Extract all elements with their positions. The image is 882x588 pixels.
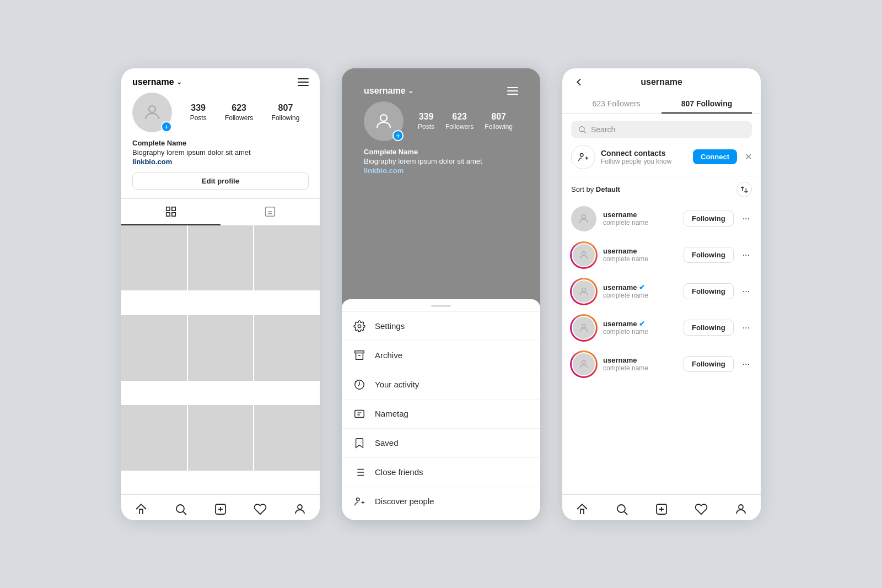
chevron-down-icon[interactable]: ⌄ — [176, 78, 182, 86]
grid-item[interactable] — [254, 315, 320, 381]
more-button[interactable]: ··· — [740, 248, 752, 262]
tab-followers[interactable]: 623 Followers — [571, 94, 662, 114]
nav-home[interactable] — [562, 500, 602, 518]
posts-label: Posts — [190, 114, 207, 122]
card2-followers-stat: 623 Followers — [445, 112, 474, 131]
user-info: username complete name — [603, 247, 677, 263]
menu-item-settings[interactable]: Settings — [342, 311, 540, 341]
back-button[interactable] — [571, 76, 587, 88]
following-username: username — [603, 356, 677, 364]
sort-button[interactable] — [736, 182, 752, 197]
following-fullname: complete name — [603, 219, 677, 226]
card2-posts-label: Posts — [418, 123, 434, 131]
nav-profile[interactable] — [721, 500, 761, 518]
following-stat[interactable]: 807 Following — [272, 103, 300, 122]
sort-row: Sort by Default — [562, 176, 761, 201]
menu-archive-label: Archive — [375, 350, 402, 360]
more-button[interactable]: ··· — [740, 321, 752, 335]
more-button[interactable]: ··· — [740, 212, 752, 226]
following-count: 807 — [278, 103, 293, 113]
add-photo-button[interactable]: + — [161, 121, 172, 132]
more-button[interactable]: ··· — [740, 284, 752, 299]
nav-home[interactable] — [121, 500, 161, 518]
nav-like[interactable] — [240, 500, 280, 518]
tab-grid[interactable] — [121, 199, 220, 225]
close-connect-button[interactable]: ✕ — [745, 152, 752, 162]
nav-search[interactable] — [161, 500, 201, 518]
page-wrapper: username ⌄ + 339 Posts — [0, 46, 882, 542]
grid-item[interactable] — [188, 315, 254, 381]
menu-item-discover[interactable]: Discover people — [342, 487, 540, 516]
nav-like[interactable] — [681, 500, 721, 518]
following-button[interactable]: Following — [684, 211, 734, 226]
following-item: username complete name Following ··· — [562, 346, 761, 382]
svg-point-13 — [358, 325, 361, 328]
svg-line-28 — [584, 131, 586, 133]
menu-item-nametag[interactable]: Nametag — [342, 399, 540, 428]
svg-rect-2 — [172, 207, 175, 210]
svg-point-33 — [582, 251, 586, 255]
grid-item[interactable] — [188, 225, 254, 291]
posts-stat: 339 Posts — [190, 103, 207, 122]
bio-text: Biography lorem ipsum dolor sit amet — [132, 148, 309, 157]
menu-icon[interactable] — [298, 78, 309, 86]
nametag-icon — [353, 407, 366, 420]
menu-nametag-label: Nametag — [375, 409, 408, 418]
search-input[interactable]: Search — [591, 125, 745, 134]
edit-profile-button[interactable]: Edit profile — [132, 172, 309, 190]
connect-sub: Follow people you know — [601, 158, 687, 165]
svg-rect-15 — [355, 410, 364, 417]
nav-add[interactable] — [642, 500, 681, 518]
following-username: username ✔ — [603, 320, 677, 328]
following-button[interactable]: Following — [684, 283, 734, 299]
card3-header: username 623 Followers 807 Following — [562, 68, 761, 114]
following-list: username complete name Following ··· — [562, 201, 761, 494]
card2-following-stat: 807 Following — [485, 112, 513, 131]
card2-bio-name: Complete Name — [364, 148, 518, 156]
following-card: username 623 Followers 807 Following Sea… — [562, 68, 761, 520]
close-friends-icon — [353, 466, 366, 479]
svg-point-27 — [579, 126, 584, 131]
nav-search[interactable] — [602, 500, 642, 518]
grid-item[interactable] — [254, 225, 320, 291]
following-button[interactable]: Following — [684, 320, 734, 336]
grid-item[interactable] — [121, 405, 187, 471]
followers-label: Followers — [225, 114, 253, 122]
tab-following[interactable]: 807 Following — [662, 94, 752, 114]
bio-link[interactable]: linkbio.com — [132, 158, 309, 166]
followers-stat[interactable]: 623 Followers — [225, 103, 253, 122]
saved-icon — [353, 436, 366, 450]
tab-tagged[interactable] — [220, 199, 320, 225]
grid-item[interactable] — [121, 315, 187, 381]
following-button[interactable]: Following — [684, 356, 734, 372]
svg-rect-4 — [172, 212, 175, 215]
tabs-row — [121, 198, 320, 225]
following-username: username — [603, 211, 677, 219]
grid-item[interactable] — [254, 405, 320, 471]
nav-profile[interactable] — [280, 500, 320, 518]
profile-card: username ⌄ + 339 Posts — [121, 68, 320, 520]
grid-item[interactable] — [121, 225, 187, 291]
svg-point-29 — [580, 153, 584, 157]
following-item: username ✔ complete name Following ··· — [562, 310, 761, 346]
following-username: username ✔ — [603, 283, 677, 292]
connect-title: Connect contacts — [601, 149, 687, 158]
following-button[interactable]: Following — [684, 247, 734, 263]
menu-item-saved[interactable]: Saved — [342, 428, 540, 457]
menu-item-archive[interactable]: Archive — [342, 341, 540, 370]
more-button[interactable]: ··· — [740, 357, 752, 371]
chevron-down-icon[interactable]: ⌄ — [408, 87, 413, 95]
nav-add[interactable] — [201, 500, 240, 518]
menu-item-activity[interactable]: Your activity — [342, 370, 540, 399]
settings-icon — [353, 320, 366, 333]
card2-bio-link[interactable]: linkbio.com — [364, 166, 518, 175]
archive-icon — [353, 349, 366, 362]
menu-card: username ⌄ + 33 — [342, 68, 540, 520]
connect-button[interactable]: Connect — [693, 149, 737, 164]
following-fullname: complete name — [603, 328, 677, 336]
svg-point-32 — [582, 214, 585, 218]
grid-item[interactable] — [188, 405, 254, 471]
menu-icon[interactable] — [507, 87, 518, 95]
menu-item-close-friends[interactable]: Close friends — [342, 457, 540, 487]
add-photo-button[interactable]: + — [392, 130, 404, 141]
